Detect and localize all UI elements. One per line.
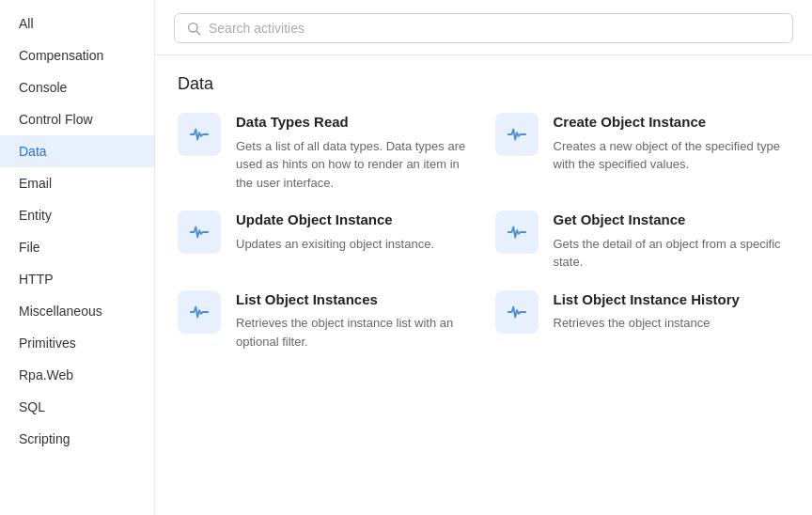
activity-pulse-icon [507,222,527,242]
activity-card-update-object-instance[interactable]: Update Object Instance Updates an exisit… [178,211,473,272]
activity-grid: Data Types Read Gets a list of all data … [178,113,789,351]
sidebar-item-http[interactable]: HTTP [0,263,154,295]
activity-name-list-object-instances: List Object Instances [236,290,473,309]
sidebar-item-compensation[interactable]: Compensation [0,39,154,71]
activity-name-update-object-instance: Update Object Instance [236,211,473,229]
activity-icon-list-object-instances [178,290,221,334]
sidebar-item-control-flow[interactable]: Control Flow [0,103,154,135]
sidebar-item-data[interactable]: Data [0,135,154,167]
sidebar-item-rpa-web[interactable]: Rpa.Web [0,359,154,391]
activity-icon-create-object-instance [495,113,539,156]
activity-pulse-icon [507,124,527,145]
sidebar-item-entity[interactable]: Entity [0,199,154,231]
activity-pulse-icon [189,302,210,322]
activity-icon-data-types-read [178,113,221,156]
sidebar-item-all[interactable]: All [0,8,154,39]
activity-desc-data-types-read: Gets a list of all data types. Data type… [236,137,473,193]
activity-card-data-types-read[interactable]: Data Types Read Gets a list of all data … [178,113,473,192]
activity-card-get-object-instance[interactable]: Get Object Instance Gets the detail of a… [495,211,790,272]
activity-desc-update-object-instance: Updates an exisiting object instance. [236,235,473,254]
activity-pulse-icon [189,124,210,145]
activity-card-list-object-instance-history[interactable]: List Object Instance History Retrieves t… [495,290,790,351]
activity-info-list-object-instances: List Object Instances Retrieves the obje… [236,290,473,351]
activity-card-list-object-instances[interactable]: List Object Instances Retrieves the obje… [178,290,473,351]
sidebar: AllCompensationConsoleControl FlowDataEm… [0,0,155,515]
svg-line-1 [196,31,200,35]
sidebar-item-console[interactable]: Console [0,71,154,103]
search-input[interactable] [209,21,781,36]
activity-info-get-object-instance: Get Object Instance Gets the detail of a… [554,211,790,272]
activity-pulse-icon [507,302,527,322]
search-icon [186,21,201,36]
activity-info-list-object-instance-history: List Object Instance History Retrieves t… [554,290,790,333]
activity-name-create-object-instance: Create Object Instance [554,113,790,132]
activity-desc-get-object-instance: Gets the detail of an object from a spec… [554,235,790,272]
activity-name-get-object-instance: Get Object Instance [554,211,790,229]
search-bar [155,0,812,55]
sidebar-item-file[interactable]: File [0,231,154,263]
sidebar-item-scripting[interactable]: Scripting [0,423,154,455]
activity-pulse-icon [189,222,210,242]
sidebar-item-sql[interactable]: SQL [0,391,154,423]
content-area: Data Data Types Read Gets a list of all … [155,55,812,515]
main-content: Data Data Types Read Gets a list of all … [155,0,812,515]
search-input-wrapper [174,13,793,43]
activity-name-data-types-read: Data Types Read [236,113,473,132]
sidebar-item-email[interactable]: Email [0,167,154,199]
activity-card-create-object-instance[interactable]: Create Object Instance Creates a new obj… [495,113,790,192]
section-title: Data [178,74,789,94]
activity-icon-get-object-instance [495,211,539,254]
activity-info-data-types-read: Data Types Read Gets a list of all data … [236,113,473,192]
sidebar-item-miscellaneous[interactable]: Miscellaneous [0,295,154,327]
activity-icon-update-object-instance [178,211,221,254]
activity-name-list-object-instance-history: List Object Instance History [554,290,790,309]
activity-info-create-object-instance: Create Object Instance Creates a new obj… [554,113,790,174]
activity-desc-list-object-instance-history: Retrieves the object instance [554,314,790,333]
activity-desc-create-object-instance: Creates a new object of the specified ty… [554,137,790,174]
sidebar-item-primitives[interactable]: Primitives [0,327,154,359]
activity-desc-list-object-instances: Retrieves the object instance list with … [236,314,473,351]
activity-icon-list-object-instance-history [495,290,539,334]
activity-info-update-object-instance: Update Object Instance Updates an exisit… [236,211,473,253]
